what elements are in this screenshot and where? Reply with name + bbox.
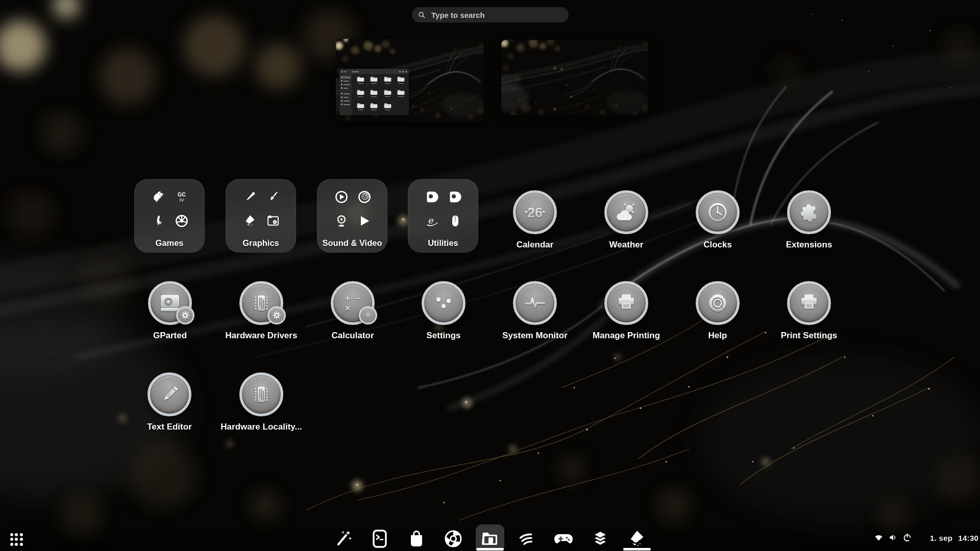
color-picker-icon xyxy=(242,189,258,205)
folder-label: Sound & Video xyxy=(317,238,387,248)
app-manage-printing[interactable]: Manage Printing xyxy=(585,281,667,341)
dock-terminal[interactable] xyxy=(365,524,394,551)
weather-icon xyxy=(604,190,648,234)
blob-app-icon xyxy=(448,189,463,205)
spotify-icon xyxy=(517,529,537,549)
app-calendar[interactable]: 26 Calendar xyxy=(494,190,576,250)
gear-badge-icon xyxy=(176,306,194,324)
app-settings[interactable]: Settings xyxy=(403,281,484,341)
files-sidebar xyxy=(339,74,352,115)
app-help[interactable]: Help xyxy=(677,281,758,341)
webcam-icon xyxy=(334,213,349,229)
gear-badge-icon xyxy=(267,306,286,324)
files-folder-icon xyxy=(480,529,500,549)
app-gparted[interactable]: GParted xyxy=(129,281,211,341)
dock-files[interactable] xyxy=(476,524,504,551)
dock-inkscape[interactable] xyxy=(623,524,651,551)
app-label: Calendar xyxy=(517,240,554,250)
equals-badge-icon: = xyxy=(359,306,377,324)
chip-icon xyxy=(239,372,283,416)
wifi-icon[interactable] xyxy=(874,533,884,542)
app-print-settings[interactable]: Print Settings xyxy=(768,281,850,341)
layers-icon xyxy=(590,529,610,549)
app-label: Weather xyxy=(609,240,644,250)
files-window-preview xyxy=(339,69,409,115)
app-system-monitor[interactable]: System Monitor xyxy=(494,281,576,341)
blob-app-icon xyxy=(425,189,440,205)
chromium-browser-icon xyxy=(443,529,463,549)
app-label: Print Settings xyxy=(781,331,838,341)
inkscape-icon xyxy=(627,529,647,549)
puzzle-icon xyxy=(787,190,831,234)
app-label: System Monitor xyxy=(502,331,568,341)
app-hardware-locality[interactable]: Hardware Locality... xyxy=(220,372,302,432)
running-indicator-inkscape xyxy=(623,548,651,550)
workspace-thumbnail-2[interactable] xyxy=(501,40,648,115)
app-clocks[interactable]: Clocks xyxy=(677,190,758,250)
search-bar[interactable] xyxy=(412,7,569,22)
inkscape-icon xyxy=(242,213,258,229)
gc-iv-text-icon: GC IV xyxy=(174,189,189,205)
volume-icon[interactable] xyxy=(888,533,898,542)
printer-icon xyxy=(604,281,648,325)
dock-browser[interactable] xyxy=(439,524,468,551)
svg-text:e: e xyxy=(428,215,434,226)
folder-sound-video[interactable]: Sound & Video xyxy=(317,179,387,253)
app-label: Text Editor xyxy=(147,422,192,432)
power-icon[interactable] xyxy=(902,533,912,542)
disc-icon xyxy=(357,189,372,205)
lifebuoy-icon xyxy=(696,281,740,325)
app-extensions[interactable]: Extensions xyxy=(768,190,850,250)
chip-gear-icon xyxy=(239,281,283,325)
app-label: Hardware Drivers xyxy=(226,331,298,341)
workspace-wallpaper xyxy=(501,40,648,115)
overview-dim-overlay xyxy=(0,0,980,551)
date-label: 1. sep xyxy=(930,534,952,542)
files-folder-grid xyxy=(352,74,409,115)
files-headerbar xyxy=(339,69,409,74)
dock-software-store[interactable] xyxy=(402,524,431,551)
svg-text:×: × xyxy=(345,303,350,313)
dock-layers[interactable] xyxy=(586,524,615,551)
svg-text:26: 26 xyxy=(527,205,543,220)
sliders-icon xyxy=(422,281,465,325)
folder-label: Games xyxy=(134,238,205,248)
folder-graphics[interactable]: Graphics xyxy=(226,179,296,253)
app-calculator[interactable]: + − × = Calculator xyxy=(312,281,394,341)
search-input[interactable] xyxy=(430,10,562,20)
show-applications-button[interactable] xyxy=(9,532,24,547)
svg-text:−: − xyxy=(354,293,360,304)
folder-label: Utilities xyxy=(408,238,478,248)
dragon-game-icon xyxy=(151,189,166,205)
svg-text:+: + xyxy=(345,293,350,304)
clock-icon xyxy=(696,190,740,234)
app-hardware-drivers[interactable]: Hardware Drivers xyxy=(220,281,302,341)
system-tray[interactable] xyxy=(874,533,912,542)
printer-icon xyxy=(787,281,831,325)
pencil-icon xyxy=(148,372,191,416)
gamepad-icon xyxy=(553,528,574,549)
app-label: Help xyxy=(708,331,727,341)
app-text-editor[interactable]: Text Editor xyxy=(129,372,210,432)
app-label: Clocks xyxy=(703,240,732,250)
folder-games[interactable]: GC IV Games xyxy=(134,179,205,253)
dock-magic-wand[interactable] xyxy=(329,524,357,551)
workspace-thumbnail-1[interactable] xyxy=(336,39,484,122)
dock-spotify[interactable] xyxy=(512,524,541,551)
media-player-icon xyxy=(334,189,349,205)
mouse-icon xyxy=(448,213,463,229)
search-icon xyxy=(418,11,426,19)
app-label: Manage Printing xyxy=(593,331,660,341)
dock-games[interactable] xyxy=(549,524,578,551)
disk-gear-icon xyxy=(148,281,192,325)
terminal-icon xyxy=(370,529,390,549)
app-label: Extensions xyxy=(786,240,832,250)
app-label: GParted xyxy=(153,331,187,341)
folder-utilities[interactable]: e Utilities xyxy=(408,179,478,253)
cursive-e-icon: e xyxy=(425,213,440,229)
svg-text:GC: GC xyxy=(178,191,186,197)
app-label: Calculator xyxy=(331,331,374,341)
app-weather[interactable]: Weather xyxy=(585,190,667,250)
calendar-icon: 26 xyxy=(513,190,557,234)
clock[interactable]: 1. sep 14:30 xyxy=(930,534,978,542)
